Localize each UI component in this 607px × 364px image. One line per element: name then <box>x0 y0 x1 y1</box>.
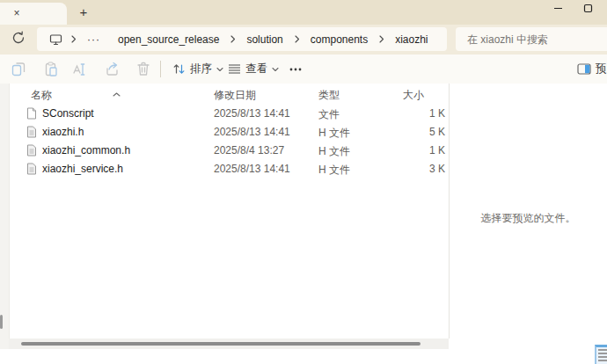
text-file-icon <box>26 163 37 178</box>
copy-button[interactable] <box>5 57 32 81</box>
file-date: 2025/8/4 13:27 <box>214 144 284 157</box>
horizontal-scrollbar-thumb[interactable] <box>21 342 421 346</box>
sort-button-label: 排序 <box>190 62 212 76</box>
chevron-down-icon <box>216 67 223 72</box>
delete-button[interactable] <box>130 57 157 81</box>
file-explorer-window: × + ··· open_source_release solution com… <box>0 0 607 364</box>
file-type: H 文件 <box>318 144 350 159</box>
refresh-button[interactable] <box>11 31 31 50</box>
file-date: 2025/8/13 14:41 <box>214 126 290 138</box>
file-size: 5 K <box>378 126 445 138</box>
breadcrumb-item[interactable]: solution <box>244 32 285 47</box>
preview-pane-icon <box>577 63 591 75</box>
text-file-icon <box>26 144 37 160</box>
column-header-date[interactable]: 修改日期 <box>214 88 256 103</box>
file-name[interactable]: xiaozhi_common.h <box>42 144 130 157</box>
search-input[interactable]: 在 xiaozhi 中搜索 <box>456 27 607 51</box>
preview-toggle-button[interactable]: 预览 <box>577 57 607 81</box>
file-size: 3 K <box>378 163 445 175</box>
paste-button[interactable] <box>38 57 64 81</box>
breadcrumb-item[interactable]: components <box>308 32 370 47</box>
file-size: 1 K <box>378 144 445 157</box>
paste-icon <box>44 62 59 76</box>
refresh-icon <box>11 31 26 45</box>
background-window-corner <box>595 345 607 364</box>
column-header-type[interactable]: 类型 <box>318 88 340 103</box>
table-row[interactable]: xiaozhi.h 2025/8/13 14:41 H 文件 5 K <box>0 123 449 142</box>
file-size: 1 K <box>378 107 445 120</box>
file-type: H 文件 <box>318 163 350 178</box>
explorer-tab[interactable]: × <box>0 3 67 25</box>
search-placeholder: 在 xiaozhi 中搜索 <box>467 33 548 47</box>
column-headers: 名称 修改日期 类型 大小 <box>0 88 449 106</box>
file-date: 2025/8/13 14:41 <box>214 107 290 120</box>
file-rows: SConscript 2025/8/13 14:41 文件 1 K xiaozh… <box>0 105 449 178</box>
rename-icon <box>70 62 86 76</box>
table-row[interactable]: xiaozhi_service.h 2025/8/13 14:41 H 文件 3… <box>0 160 449 178</box>
file-type: H 文件 <box>318 126 350 141</box>
view-button[interactable]: 查看 <box>224 57 282 81</box>
sort-button[interactable]: 排序 <box>169 57 227 81</box>
table-row[interactable]: SConscript 2025/8/13 14:41 文件 1 K <box>0 105 449 123</box>
ellipsis-icon <box>289 68 302 71</box>
blank-file-icon <box>26 107 37 123</box>
file-list-area: 名称 修改日期 类型 大小 SConscript 2025/8/13 14:41… <box>0 84 607 364</box>
share-icon <box>105 62 121 76</box>
this-pc-icon[interactable] <box>49 33 62 46</box>
toolbar-divider <box>160 61 161 77</box>
chevron-down-icon <box>272 67 279 72</box>
chevron-right-icon <box>294 35 300 43</box>
maximize-button[interactable] <box>573 0 603 23</box>
maximize-icon <box>583 4 593 13</box>
title-bar: × + <box>0 0 607 25</box>
view-icon <box>228 63 241 75</box>
file-name[interactable]: SConscript <box>42 107 94 120</box>
column-header-size[interactable]: 大小 <box>403 88 424 103</box>
breadcrumb-item[interactable]: open_source_release <box>115 32 222 47</box>
tab-close-icon[interactable]: × <box>9 6 25 21</box>
new-tab-button[interactable]: + <box>75 4 92 20</box>
horizontal-scrollbar[interactable] <box>9 339 449 349</box>
rename-button[interactable] <box>65 57 91 81</box>
copy-icon <box>11 62 26 76</box>
column-header-name[interactable]: 名称 <box>31 88 52 103</box>
preview-toggle-label: 预览 <box>596 62 607 76</box>
more-options-button[interactable] <box>283 57 308 81</box>
sort-icon <box>172 62 186 76</box>
minimize-icon <box>553 4 563 13</box>
file-name[interactable]: xiaozhi.h <box>42 126 84 138</box>
breadcrumb-item-current[interactable]: xiaozhi <box>392 32 430 47</box>
minimize-button[interactable] <box>543 0 573 23</box>
command-toolbar: 排序 查看 预览 <box>0 55 607 84</box>
share-button[interactable] <box>99 57 126 81</box>
chevron-right-icon <box>70 35 77 43</box>
search-icon <box>603 33 607 49</box>
file-date: 2025/8/13 14:41 <box>214 163 290 175</box>
file-type: 文件 <box>318 107 340 122</box>
breadcrumb[interactable]: ··· open_source_release solution compone… <box>37 27 447 51</box>
breadcrumb-overflow-button[interactable]: ··· <box>84 32 103 47</box>
table-row[interactable]: xiaozhi_common.h 2025/8/4 13:27 H 文件 1 K <box>0 142 449 160</box>
preview-pane: 选择要预览的文件。 <box>450 84 607 349</box>
text-file-icon <box>26 126 37 142</box>
file-name[interactable]: xiaozhi_service.h <box>42 163 123 175</box>
chevron-right-icon <box>378 35 384 43</box>
preview-empty-message: 选择要预览的文件。 <box>450 211 607 226</box>
vertical-scrollbar-thumb[interactable] <box>0 315 3 329</box>
view-button-label: 查看 <box>245 62 267 76</box>
chevron-right-icon <box>230 35 236 43</box>
delete-icon <box>136 62 150 76</box>
